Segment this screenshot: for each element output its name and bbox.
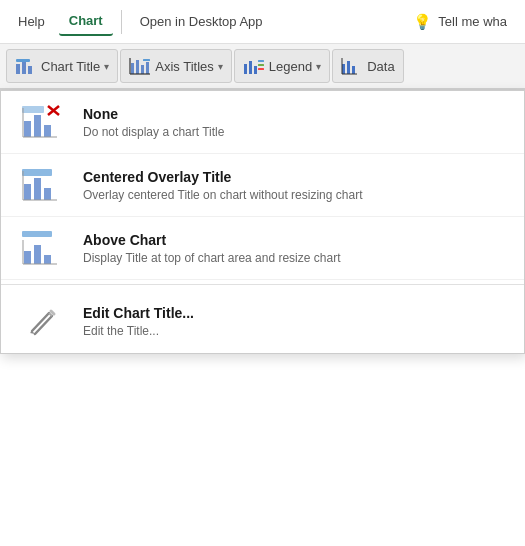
- svg-rect-18: [347, 61, 350, 74]
- svg-rect-37: [24, 251, 31, 264]
- pencil-icon: [17, 303, 67, 339]
- menu-chart[interactable]: Chart: [59, 7, 113, 36]
- centered-overlay-icon: [17, 166, 67, 204]
- svg-rect-30: [24, 184, 31, 200]
- legend-chevron: ▾: [316, 61, 321, 72]
- data-btn[interactable]: Data: [332, 49, 403, 83]
- svg-rect-7: [146, 62, 149, 74]
- ribbon-bar: Chart Title ▾ Axis Titles ▾: [0, 44, 525, 90]
- svg-rect-3: [16, 59, 30, 62]
- legend-label: Legend: [269, 59, 312, 74]
- centered-overlay-text: Centered Overlay Title Overlay centered …: [83, 169, 508, 202]
- axis-titles-chevron: ▾: [218, 61, 223, 72]
- open-desktop-btn[interactable]: Open in Desktop App: [130, 8, 273, 35]
- svg-rect-14: [258, 60, 264, 62]
- menu-separator: [121, 10, 122, 34]
- above-chart-title: Above Chart: [83, 232, 508, 248]
- dropdown-panel: None Do not display a chart Title Center…: [0, 90, 525, 354]
- svg-rect-33: [22, 169, 52, 176]
- axis-titles-icon: [129, 57, 151, 75]
- svg-rect-31: [34, 178, 41, 200]
- none-text: None Do not display a chart Title: [83, 106, 508, 139]
- menu-bar: Help Chart Open in Desktop App 💡 Tell me…: [0, 0, 525, 44]
- data-label: Data: [367, 59, 394, 74]
- svg-rect-11: [244, 64, 247, 74]
- edit-title: Edit Chart Title...: [83, 305, 508, 321]
- svg-rect-32: [44, 188, 51, 200]
- svg-rect-19: [352, 66, 355, 74]
- none-desc: Do not display a chart Title: [83, 125, 508, 139]
- svg-rect-16: [258, 68, 264, 70]
- tell-me-bar[interactable]: 💡 Tell me wha: [403, 7, 517, 37]
- svg-rect-36: [22, 231, 52, 237]
- edit-desc: Edit the Title...: [83, 324, 508, 338]
- above-chart-option[interactable]: Above Chart Display Title at top of char…: [1, 217, 524, 280]
- legend-btn[interactable]: Legend ▾: [234, 49, 330, 83]
- edit-chart-title-option[interactable]: Edit Chart Title... Edit the Title...: [1, 289, 524, 353]
- svg-rect-13: [254, 66, 257, 74]
- tell-me-text: Tell me wha: [438, 14, 507, 29]
- chart-title-icon: [15, 57, 37, 75]
- svg-rect-12: [249, 61, 252, 74]
- menu-help[interactable]: Help: [8, 8, 55, 35]
- chart-title-label: Chart Title: [41, 59, 100, 74]
- svg-rect-6: [141, 65, 144, 74]
- divider: [1, 284, 524, 285]
- chart-title-btn[interactable]: Chart Title ▾: [6, 49, 118, 83]
- none-title: None: [83, 106, 508, 122]
- centered-overlay-option[interactable]: Centered Overlay Title Overlay centered …: [1, 154, 524, 217]
- above-chart-icon: [17, 229, 67, 267]
- svg-rect-2: [28, 66, 32, 74]
- data-icon: [341, 57, 363, 75]
- svg-rect-15: [258, 64, 264, 66]
- edit-item-text: Edit Chart Title... Edit the Title...: [83, 305, 508, 338]
- svg-line-46: [51, 311, 54, 314]
- none-icon: [17, 103, 67, 141]
- svg-rect-25: [22, 106, 44, 113]
- svg-rect-38: [34, 245, 41, 264]
- svg-rect-5: [136, 60, 139, 74]
- svg-rect-4: [131, 63, 134, 74]
- svg-rect-22: [24, 121, 31, 137]
- svg-rect-24: [44, 125, 51, 137]
- above-chart-text: Above Chart Display Title at top of char…: [83, 232, 508, 265]
- centered-overlay-desc: Overlay centered Title on chart without …: [83, 188, 508, 202]
- lightbulb-icon: 💡: [413, 13, 432, 31]
- above-chart-desc: Display Title at top of chart area and r…: [83, 251, 508, 265]
- svg-rect-23: [34, 115, 41, 137]
- none-option[interactable]: None Do not display a chart Title: [1, 91, 524, 154]
- axis-titles-label: Axis Titles: [155, 59, 214, 74]
- centered-overlay-title: Centered Overlay Title: [83, 169, 508, 185]
- chart-title-chevron: ▾: [104, 61, 109, 72]
- svg-rect-39: [44, 255, 51, 264]
- legend-icon: [243, 57, 265, 75]
- svg-rect-1: [22, 61, 26, 74]
- axis-titles-btn[interactable]: Axis Titles ▾: [120, 49, 232, 83]
- svg-rect-0: [16, 64, 20, 74]
- svg-rect-10: [143, 59, 150, 61]
